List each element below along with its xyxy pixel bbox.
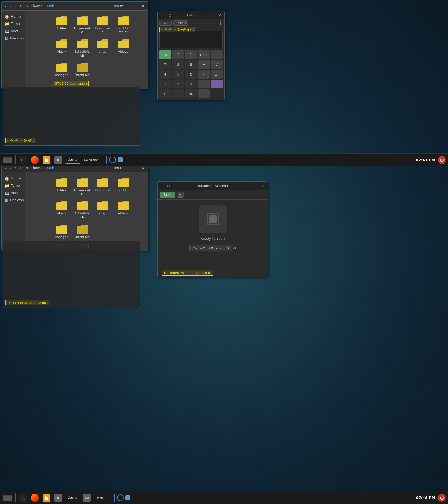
svg-rect-7 — [118, 41, 129, 48]
sidebar-item-root-top[interactable]: 💻 Root — [2, 27, 25, 35]
scan-button[interactable]: Scan — [160, 192, 175, 198]
sidebar-item-home-bottom[interactable]: 🏠 Home — [2, 175, 25, 182]
more-button-top[interactable]: ▾ — [25, 3, 29, 9]
calc-btn-1[interactable]: 1 — [159, 80, 171, 88]
file-item-videos-b[interactable]: Videos — [114, 199, 132, 220]
file-item-offentlich[interactable]: Öffentlich — [73, 61, 91, 78]
forward-button-top[interactable]: › — [9, 3, 12, 9]
tb-calc-middle[interactable]: 🖩 — [53, 155, 63, 165]
tb-scanner-bottom[interactable] — [82, 493, 92, 503]
tb-files-bottom[interactable] — [41, 493, 52, 503]
calc-btn-plus1[interactable]: + — [198, 60, 210, 69]
tb-firefox-middle[interactable] — [30, 155, 40, 165]
tb-terminal-middle[interactable]: >_ — [18, 155, 28, 165]
file-item-videos[interactable]: Videos — [114, 37, 132, 58]
file-item-downloads-b[interactable]: Downloads — [94, 176, 112, 197]
calc-btn-5[interactable]: 5 — [172, 70, 184, 79]
sidebar-item-temp-bottom[interactable]: 📁 Temp — [2, 182, 25, 189]
file-item-schreibtisch[interactable]: Schreibtisch — [73, 37, 91, 58]
file-item-vorlagen-b[interactable]: Vorlagen — [53, 223, 71, 240]
file-item-dokumente-b[interactable]: Dokumente — [73, 176, 91, 197]
up-button-top[interactable]: ↑ — [13, 3, 17, 9]
scanner-more[interactable]: ⋮ — [253, 183, 259, 189]
power-button-bottom[interactable]: ⏻ — [438, 494, 446, 502]
file-item-downloads[interactable]: Downloads — [94, 14, 112, 35]
calc-ghost-label: Calculator (e-gtk) — [5, 138, 36, 143]
device-select-dropdown[interactable]: Canon MG3600 series — [189, 245, 231, 251]
file-item-musik-b[interactable]: Musik — [53, 199, 71, 220]
calc-minimize-top[interactable]: − — [159, 12, 165, 18]
file-item-bilder-b[interactable]: Bilder — [53, 176, 71, 197]
calc-btn-equals1[interactable]: = — [211, 80, 223, 88]
calc-btn-7[interactable]: 7 — [159, 60, 171, 69]
calc-maximize-top[interactable]: □ — [167, 12, 173, 18]
tb-calc-label-middle[interactable]: Calculator — [82, 157, 100, 163]
calc-more-button[interactable]: ⋮ — [218, 20, 223, 26]
scanner-close[interactable]: ✕ — [260, 183, 266, 189]
mode-dropdown[interactable]: Basic ▾ — [173, 20, 188, 26]
calc-btn-9[interactable]: 9 — [185, 60, 197, 69]
maximize-button-top[interactable]: □ — [133, 3, 139, 9]
sidebar-item-desktop-bottom[interactable]: 🖥 Desktop — [2, 197, 25, 204]
tb-bottom-menu-btn[interactable] — [2, 494, 13, 502]
calc-btn-0[interactable]: 0 — [159, 89, 171, 98]
calc-btn-percent[interactable]: % — [185, 89, 197, 98]
tb-docu-label-bottom[interactable]: Docu... — [94, 494, 108, 501]
file-item-offentlich-b[interactable]: Öffentlich — [73, 223, 91, 240]
file-item-vorlagen[interactable]: Vorlagen — [53, 61, 71, 78]
calc-btn-3[interactable]: 3 — [185, 80, 197, 88]
calc-close-top[interactable]: ✕ — [216, 12, 223, 18]
sidebar-item-home-top[interactable]: 🏠 Home — [2, 13, 25, 20]
scanner-minimize[interactable]: − — [159, 183, 165, 189]
calc-btn-open-paren[interactable]: ( — [172, 50, 184, 59]
back-button-top[interactable]: ‹ — [4, 3, 8, 9]
refresh-button-top[interactable]: ↻ — [18, 3, 24, 9]
device-refresh-button[interactable]: ↻ — [233, 246, 236, 251]
path-home-bottom[interactable]: home — [33, 166, 42, 170]
calc-btn-pi[interactable]: π — [211, 50, 223, 59]
tb-middle-menu-btn[interactable] — [2, 156, 13, 164]
undo-button[interactable]: Undo — [159, 21, 172, 26]
calc-btn-dot[interactable]: . — [172, 89, 184, 98]
calc-btn-sqrt[interactable]: √ — [211, 60, 223, 69]
tb-firefox-bottom[interactable] — [30, 493, 40, 503]
calc-btn-times[interactable]: × — [198, 70, 210, 79]
minimize-button-top[interactable]: − — [126, 3, 132, 9]
file-label-videos: Videos — [118, 50, 128, 53]
file-item-snap-b[interactable]: snap — [94, 199, 112, 220]
file-item-snap[interactable]: snap — [94, 37, 112, 58]
tb-terminal-bottom[interactable]: >_ — [18, 493, 28, 503]
calc-btn-8[interactable]: 8 — [172, 60, 184, 69]
calc-btn-sq[interactable]: x² — [211, 70, 223, 79]
calc-btn-plus2[interactable]: + — [198, 89, 210, 98]
sidebar-item-desktop-top[interactable]: 🖥 Desktop — [2, 35, 25, 42]
scan-photo-button[interactable]: 📷 — [177, 192, 184, 198]
file-item-bilder[interactable]: Bilder — [53, 14, 71, 35]
sidebar-item-temp-top[interactable]: 📁 Temp — [2, 20, 25, 27]
power-button-middle[interactable]: ⏻ — [438, 156, 446, 164]
file-item-dokumente[interactable]: Dokumente — [73, 14, 91, 35]
tb-calc-bottom[interactable]: 🖩 — [53, 493, 63, 503]
path-home[interactable]: home — [33, 4, 42, 8]
file-item-enlightenment[interactable]: Enlightenme nt — [114, 14, 132, 35]
path-current-top[interactable]: ubuntu — [43, 4, 55, 8]
sidebar-item-root-bottom[interactable]: 💻 Root — [2, 189, 25, 197]
close-button-top[interactable]: ✕ — [140, 3, 146, 9]
file-item-musik[interactable]: Musik — [53, 37, 71, 58]
file-grid-bottom: Bilder Dokumente Downloads — [53, 176, 145, 240]
file-item-schreibtisch-b[interactable]: Schreibtisch — [73, 199, 91, 220]
tb-ubuntu-label-bottom[interactable]: ubuntu — [65, 494, 80, 501]
scanner-window: − □ Document Scanner ⋮ ✕ Scan 📷 | Ready … — [157, 181, 268, 277]
calc-btn-xy[interactable]: xy — [159, 50, 171, 59]
calc-btn-6[interactable]: 6 — [185, 70, 197, 79]
scanner-maximize[interactable]: □ — [165, 183, 172, 189]
tb-ubuntu-label-middle[interactable]: ubuntu — [65, 156, 80, 164]
calc-btn-minus[interactable]: − — [198, 80, 210, 88]
scanner-status-text: Ready to Scan — [200, 237, 225, 241]
calc-btn-mod[interactable]: mod — [198, 50, 210, 59]
tb-files-middle[interactable] — [41, 155, 52, 165]
calc-btn-4[interactable]: 4 — [159, 70, 171, 79]
calc-btn-2[interactable]: 2 — [172, 80, 184, 88]
calc-btn-close-paren[interactable]: ) — [185, 50, 197, 59]
file-item-enlightenment-b[interactable]: Enlightenme nt — [114, 176, 132, 197]
